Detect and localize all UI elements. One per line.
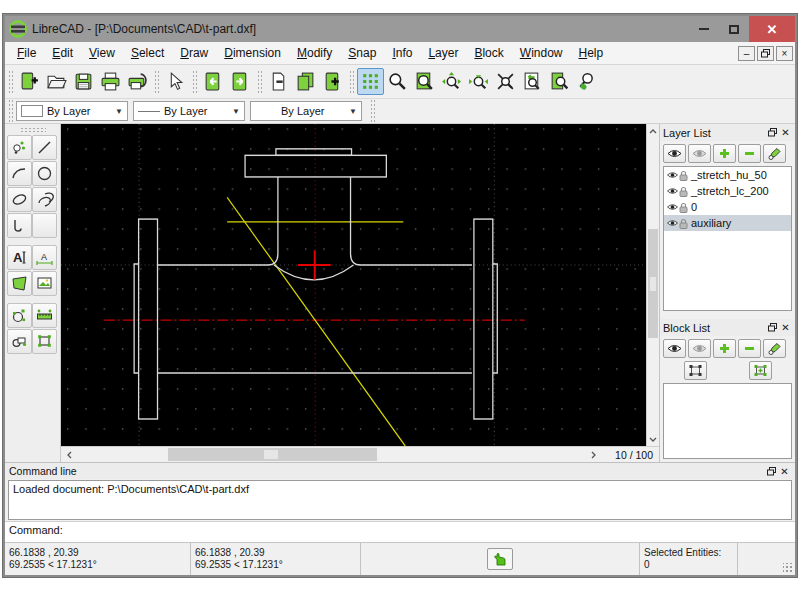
layer-lock-icon[interactable] [679, 218, 688, 229]
hide-all-blocks-button[interactable] [688, 339, 711, 358]
palette-handle[interactable] [20, 127, 46, 132]
hatch-tool-button[interactable] [7, 271, 32, 296]
paste-button[interactable] [319, 68, 346, 95]
toolbar-handle[interactable] [8, 99, 13, 123]
ellipse-tool-button[interactable] [7, 187, 32, 212]
command-line-titlebar[interactable]: Command line ✕ [5, 463, 795, 479]
open-button[interactable] [43, 68, 70, 95]
close-button[interactable]: ✕ [749, 16, 795, 42]
redo-button[interactable] [227, 68, 254, 95]
zoom-pan-button[interactable] [573, 68, 600, 95]
menu-layer[interactable]: Layer [420, 43, 466, 63]
layer-visible-icon[interactable] [666, 202, 679, 212]
edit-nodes-tool-button[interactable] [7, 303, 32, 328]
float-panel-icon[interactable] [766, 322, 779, 334]
close-panel-icon[interactable]: ✕ [778, 465, 791, 477]
minimize-button[interactable] [689, 16, 719, 42]
command-history[interactable]: Loaded document: P:\Documents\CAD\t-part… [8, 480, 792, 520]
copy-button[interactable] [292, 68, 319, 95]
library-tool-button[interactable] [7, 329, 32, 354]
menu-snap[interactable]: Snap [340, 43, 384, 63]
grid-toggle-button[interactable] [357, 68, 384, 95]
toolbar-handle[interactable] [154, 70, 159, 94]
zoom-previous-button[interactable] [519, 68, 546, 95]
menu-block[interactable]: Block [466, 43, 511, 63]
vscroll-thumb[interactable] [648, 229, 658, 338]
resize-grip[interactable] [783, 563, 793, 573]
mdi-close-button[interactable]: × [776, 46, 793, 61]
scroll-down-icon[interactable] [647, 432, 659, 446]
spline-tool-button[interactable] [32, 213, 57, 238]
layer-lock-icon[interactable] [679, 170, 688, 181]
close-panel-icon[interactable]: ✕ [779, 322, 792, 334]
block-list[interactable] [663, 383, 792, 459]
edit-block-attributes-button[interactable] [763, 339, 786, 358]
menu-select[interactable]: Select [123, 43, 172, 63]
layer-visible-icon[interactable] [666, 186, 679, 196]
text-tool-button[interactable]: A [7, 245, 32, 270]
new-button[interactable] [16, 68, 43, 95]
layer-lock-icon[interactable] [679, 202, 688, 213]
ellipse-arc-tool-button[interactable] [32, 187, 57, 212]
hscroll-thumb[interactable] [168, 448, 376, 461]
layer-lock-icon[interactable] [679, 186, 688, 197]
menu-dimension[interactable]: Dimension [216, 43, 289, 63]
color-combobox[interactable]: By Layer ▼ [16, 101, 128, 121]
print-preview-button[interactable] [124, 68, 151, 95]
zoom-auto-button[interactable] [492, 68, 519, 95]
mdi-restore-button[interactable] [757, 46, 774, 61]
title-bar[interactable]: LibreCAD - [P:\Documents\CAD\t-part.dxf]… [5, 16, 795, 42]
block-tool-button[interactable] [32, 329, 57, 354]
scroll-up-icon[interactable] [647, 124, 659, 138]
remove-block-button[interactable] [738, 339, 761, 358]
add-block-button[interactable] [713, 339, 736, 358]
show-all-layers-button[interactable] [663, 144, 686, 163]
scroll-left-icon[interactable] [61, 447, 77, 462]
menu-window[interactable]: Window [512, 43, 571, 63]
drawing-canvas[interactable] [61, 124, 646, 446]
cut-button[interactable] [265, 68, 292, 95]
line-tool-button[interactable] [32, 135, 57, 160]
edit-block-button[interactable] [684, 361, 707, 380]
layer-row[interactable]: _stretch_lc_200 [664, 183, 791, 199]
menu-modify[interactable]: Modify [289, 43, 340, 63]
menu-edit[interactable]: Edit [44, 43, 81, 63]
menu-file[interactable]: File [9, 43, 44, 63]
zoom-reduce-button[interactable] [465, 68, 492, 95]
toolbar-handle[interactable] [192, 70, 197, 94]
remove-layer-button[interactable] [738, 144, 761, 163]
toolbar-handle[interactable] [349, 70, 354, 94]
layer-list-titlebar[interactable]: Layer List ✕ [660, 124, 795, 141]
insert-block-button[interactable] [749, 361, 772, 380]
print-button[interactable] [97, 68, 124, 95]
linewidth-combobox[interactable]: By Layer ▼ [133, 101, 245, 121]
maximize-button[interactable] [719, 16, 749, 42]
polyline-tool-button[interactable] [7, 213, 32, 238]
mdi-minimize-button[interactable]: – [738, 46, 755, 61]
vertical-scrollbar[interactable] [646, 124, 659, 446]
command-input[interactable]: Command: [5, 521, 795, 542]
add-layer-button[interactable] [713, 144, 736, 163]
linetype-combobox[interactable]: By Layer ▼ [250, 101, 362, 121]
edit-layer-button[interactable] [763, 144, 786, 163]
layer-visible-icon[interactable] [666, 218, 679, 228]
layer-row-selected[interactable]: auxiliary [664, 215, 791, 231]
zoom-window-button[interactable] [411, 68, 438, 95]
layer-visible-icon[interactable] [666, 170, 679, 180]
scroll-right-icon[interactable] [585, 447, 601, 462]
select-pointer-button[interactable] [162, 68, 189, 95]
layer-row[interactable]: 0 [664, 199, 791, 215]
toolbar-handle[interactable] [257, 70, 262, 94]
menu-help[interactable]: Help [570, 43, 611, 63]
dimension-tool-button[interactable] [32, 303, 57, 328]
layer-row[interactable]: _stretch_hu_50 [664, 167, 791, 183]
float-panel-icon[interactable] [766, 127, 779, 139]
zoom-in-button[interactable] [384, 68, 411, 95]
close-panel-icon[interactable]: ✕ [779, 127, 792, 139]
image-tool-button[interactable] [32, 271, 57, 296]
circle-tool-button[interactable] [32, 161, 57, 186]
save-button[interactable] [70, 68, 97, 95]
horizontal-scrollbar[interactable] [61, 447, 601, 462]
zoom-page-button[interactable] [546, 68, 573, 95]
zoom-enlarge-button[interactable] [438, 68, 465, 95]
